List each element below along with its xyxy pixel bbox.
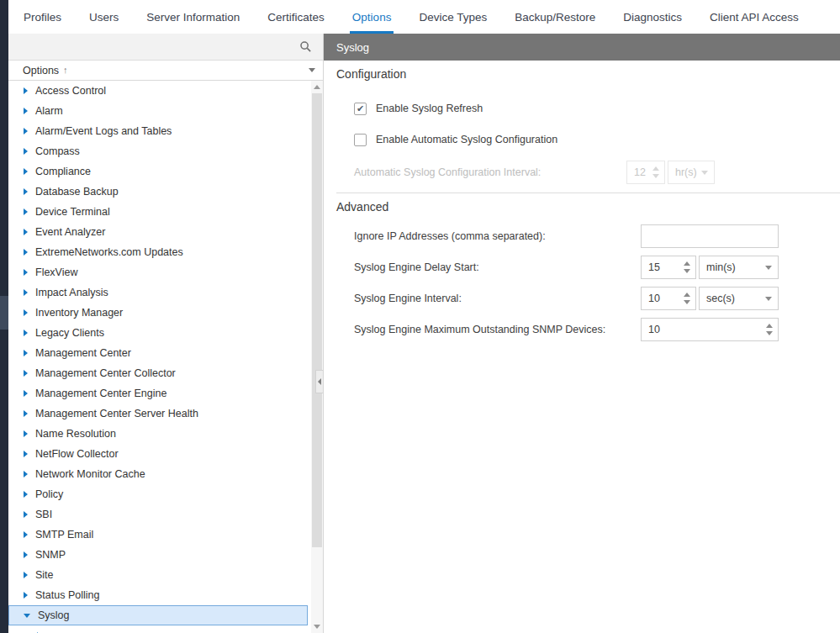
- tree-item-compass[interactable]: Compass: [8, 141, 308, 161]
- expander-collapsed-icon[interactable]: [24, 208, 28, 215]
- tree-item-flexview[interactable]: FlexView: [8, 262, 308, 282]
- tab-options[interactable]: Options: [352, 0, 392, 34]
- sidebar-collapse-handle[interactable]: [315, 370, 323, 393]
- scroll-down-icon[interactable]: [314, 625, 320, 629]
- tree-item-alarm[interactable]: Alarm: [8, 101, 308, 121]
- tab-users[interactable]: Users: [89, 0, 119, 34]
- expander-collapsed-icon[interactable]: [24, 289, 28, 296]
- expander-collapsed-icon[interactable]: [24, 148, 28, 155]
- tree-item-database-backup[interactable]: Database Backup: [8, 182, 308, 202]
- syslog-engine-delay-start-value[interactable]: [642, 256, 680, 278]
- tree-item-access-control[interactable]: Access Control: [8, 81, 308, 101]
- expander-collapsed-icon[interactable]: [24, 108, 28, 114]
- spinner-buttons[interactable]: [684, 261, 690, 273]
- tree-item-site[interactable]: Site: [8, 565, 308, 585]
- tree-item-sbi[interactable]: SBI: [8, 504, 308, 525]
- expander-collapsed-icon[interactable]: [24, 229, 28, 235]
- syslog-engine-delay-start-unit-select[interactable]: min(s): [699, 256, 779, 279]
- expander-collapsed-icon[interactable]: [24, 188, 28, 195]
- expander-collapsed-icon[interactable]: [24, 430, 28, 437]
- expander-collapsed-icon[interactable]: [24, 249, 28, 256]
- tab-server-information[interactable]: Server Information: [146, 0, 240, 34]
- tab-profiles[interactable]: Profiles: [24, 0, 61, 34]
- tree-item-legacy-clients[interactable]: Legacy Clients: [8, 323, 308, 343]
- tree-item-netflow-collector[interactable]: NetFlow Collector: [8, 444, 308, 464]
- tab-backup-restore[interactable]: Backup/Restore: [515, 0, 595, 34]
- tree-item-status-polling[interactable]: Status Polling: [8, 585, 308, 605]
- tree-item-syslog[interactable]: Syslog: [8, 605, 308, 625]
- syslog-engine-interval-unit-select[interactable]: sec(s): [699, 287, 779, 310]
- expander-collapsed-icon[interactable]: [24, 471, 28, 477]
- expander-collapsed-icon[interactable]: [24, 168, 28, 175]
- enable-automatic-syslog-configuration-checkbox[interactable]: ✔: [354, 134, 367, 146]
- tree-item-snmp[interactable]: SNMP: [8, 545, 308, 565]
- tree-item-inventory-manager[interactable]: Inventory Manager: [8, 303, 308, 323]
- expander-collapsed-icon[interactable]: [24, 390, 28, 397]
- tree-item-partial[interactable]: [8, 625, 308, 633]
- expander-collapsed-icon[interactable]: [24, 511, 28, 518]
- tab-diagnostics[interactable]: Diagnostics: [623, 0, 682, 34]
- expander-collapsed-icon[interactable]: [24, 451, 28, 457]
- tree-item-policy[interactable]: Policy: [8, 484, 308, 504]
- syslog-engine-interval-spinner[interactable]: [641, 287, 696, 310]
- enable-syslog-refresh-checkbox[interactable]: ✔: [354, 103, 367, 115]
- ignore-ip-addresses-comma-separated-input[interactable]: [641, 224, 779, 248]
- left-nav-rail-active-segment[interactable]: [0, 296, 8, 330]
- tree-item-label: Management Center Engine: [35, 388, 166, 399]
- syslog-engine-interval-value[interactable]: [642, 287, 680, 309]
- expander-collapsed-icon[interactable]: [24, 309, 28, 316]
- scroll-up-icon[interactable]: [314, 85, 320, 89]
- tree-item-name-resolution[interactable]: Name Resolution: [8, 424, 308, 444]
- checkbox-label: Enable Automatic Syslog Configuration: [376, 134, 557, 145]
- syslog-engine-maximum-outstanding-snmp-devices-spinner[interactable]: [641, 318, 779, 341]
- expander-collapsed-icon[interactable]: [24, 551, 28, 558]
- section-divider: [336, 193, 840, 193]
- syslog-engine-delay-start-spinner[interactable]: [641, 256, 696, 279]
- tree-item-label: FlexView: [35, 266, 77, 278]
- tree-scrollbar[interactable]: [311, 81, 323, 633]
- dropdown-arrow-icon[interactable]: [765, 266, 772, 270]
- expander-collapsed-icon[interactable]: [24, 531, 28, 538]
- expander-collapsed-icon[interactable]: [24, 330, 28, 336]
- spinner-down-icon[interactable]: [766, 331, 773, 335]
- tree-item-management-center-server-health[interactable]: Management Center Server Health: [8, 404, 308, 424]
- tree-item-smtp-email[interactable]: SMTP Email: [8, 525, 308, 545]
- expander-collapsed-icon[interactable]: [24, 491, 28, 498]
- tree-item-network-monitor-cache[interactable]: Network Monitor Cache: [8, 464, 308, 484]
- tree-item-compliance[interactable]: Compliance: [8, 161, 308, 182]
- expander-collapsed-icon[interactable]: [24, 269, 28, 276]
- expander-collapsed-icon[interactable]: [24, 592, 28, 599]
- tree-item-event-analyzer[interactable]: Event Analyzer: [8, 222, 308, 242]
- spinner-up-icon[interactable]: [766, 324, 773, 328]
- search-icon[interactable]: [299, 40, 312, 53]
- dropdown-arrow-icon[interactable]: [765, 297, 772, 301]
- expander-collapsed-icon[interactable]: [24, 350, 28, 356]
- tab-device-types[interactable]: Device Types: [419, 0, 487, 34]
- tree-item-impact-analysis[interactable]: Impact Analysis: [8, 282, 308, 303]
- tab-certificates[interactable]: Certificates: [267, 0, 325, 34]
- tree-item-management-center-engine[interactable]: Management Center Engine: [8, 383, 308, 404]
- spinner-down-icon[interactable]: [684, 269, 690, 273]
- column-menu-icon[interactable]: [309, 68, 315, 72]
- tree-item-extremenetworks-com-updates[interactable]: ExtremeNetworks.com Updates: [8, 242, 308, 262]
- options-column-header[interactable]: Options ↑: [8, 61, 323, 81]
- expander-collapsed-icon[interactable]: [24, 572, 28, 578]
- tree-item-label: Policy: [35, 488, 63, 500]
- spinner-up-icon[interactable]: [684, 293, 690, 297]
- scrollbar-thumb[interactable]: [312, 93, 322, 547]
- tree-item-management-center[interactable]: Management Center: [8, 343, 308, 363]
- expander-collapsed-icon[interactable]: [24, 370, 28, 377]
- spinner-buttons[interactable]: [684, 293, 690, 304]
- tree-item-device-terminal[interactable]: Device Terminal: [8, 202, 308, 222]
- expander-collapsed-icon[interactable]: [24, 128, 28, 135]
- expander-collapsed-icon[interactable]: [24, 87, 28, 94]
- syslog-engine-maximum-outstanding-snmp-devices-value[interactable]: [642, 319, 763, 340]
- tree-item-management-center-collector[interactable]: Management Center Collector: [8, 363, 308, 383]
- expander-collapsed-icon[interactable]: [24, 410, 28, 417]
- expander-expanded-icon[interactable]: [24, 614, 30, 618]
- spinner-down-icon[interactable]: [684, 300, 690, 304]
- tree-item-alarm-event-logs-and-tables[interactable]: Alarm/Event Logs and Tables: [8, 121, 308, 141]
- spinner-buttons[interactable]: [766, 324, 773, 335]
- spinner-up-icon[interactable]: [684, 261, 690, 266]
- tab-client-api-access[interactable]: Client API Access: [710, 0, 799, 34]
